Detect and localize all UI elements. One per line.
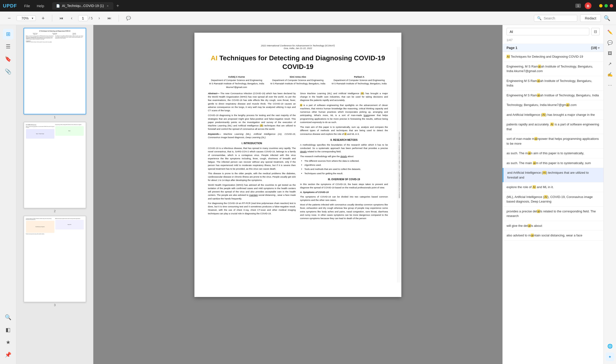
filter-btn[interactable]: ⊟ <box>591 28 600 35</box>
pdf-left-col: Abstract— The new Coronavirus infection … <box>208 92 296 220</box>
pdf-conf-header: 2022 International Conference for Advanc… <box>208 44 388 50</box>
thumbnail-page-3[interactable]: Continued analysis of COVID-19 detection… <box>18 216 91 307</box>
result-item-7[interactable]: patients rapidly and accurately. AI is a… <box>503 120 603 134</box>
zoom-level: 70% <box>19 16 31 20</box>
page1-count: (19) ▾ <box>591 46 600 50</box>
maximize-btn[interactable] <box>604 4 608 7</box>
pdf-authors: Kshitij C Kurne Department of Computer S… <box>208 75 388 89</box>
result-item-9[interactable]: as such. The main aim of this paper is t… <box>503 148 603 158</box>
thumb-img-2: III. COVID-19 Detection Various machine … <box>24 122 86 208</box>
author-1: Kshitij C Kurne Department of Computer S… <box>208 75 266 89</box>
abstract-label: Abstract— <box>208 92 219 95</box>
result-item-14[interactable]: provides a precise details related to th… <box>503 207 603 221</box>
close-btn[interactable] <box>610 4 613 7</box>
section1-heading: I. Introduction <box>208 142 296 145</box>
result-item-2[interactable]: Engineering, M S Ramaiah Institute of Te… <box>503 62 603 76</box>
new-tab-btn[interactable]: + <box>114 2 121 9</box>
image-icon[interactable]: 🖼 <box>606 49 614 58</box>
global-search-icon[interactable]: 🔍 <box>604 15 610 21</box>
page1-section[interactable]: Page 1 (19) ▾ <box>503 44 603 52</box>
sign-icon[interactable]: ✍ <box>606 70 614 79</box>
pdf-title: AI Techniques for Detecting and Diagnosi… <box>208 54 388 71</box>
search-input-main[interactable] <box>506 28 589 35</box>
comment-icon[interactable]: 💬 <box>606 39 614 47</box>
thumbnail-page-1[interactable]: AI Techniques for Detecting and Diagnosi… <box>18 28 91 119</box>
thumbnail-page-2[interactable]: III. COVID-19 Detection Various machine … <box>18 122 91 213</box>
pdf-area[interactable]: 978-1-6654-2177-3/22/$31.00 ©2022 IEEE |… <box>93 25 503 364</box>
sidebar-search-btn[interactable]: 🔍 <box>3 312 14 323</box>
sidebar-bookmark-btn[interactable]: 🔖 <box>3 54 14 65</box>
sidebar-attachment-btn[interactable]: 📎 <box>3 66 14 77</box>
search-box-top[interactable]: 🔍 Search <box>534 15 577 22</box>
tab-close-btn[interactable]: × <box>106 4 110 8</box>
nav-last-btn[interactable]: ⏭ <box>106 15 113 21</box>
result-item-1[interactable]: AI Techniques for Detecting and Diagnosi… <box>503 52 603 62</box>
zoom-control: 70% ▾ <box>17 15 36 21</box>
highlight-ai-right2: AI <box>300 104 302 106</box>
toolbar: − 70% ▾ + ⏮ ‹ / 5 › ⏭ 💬 🔍 Search Redact … <box>0 12 616 25</box>
sidebar-pin-btn[interactable]: 📌 <box>3 350 14 360</box>
share-icon[interactable]: ↗ <box>606 60 614 68</box>
zoom-dropdown-icon[interactable]: ▾ <box>32 17 33 20</box>
menu-help[interactable]: Help <box>34 3 47 9</box>
left-sidebar: ⊞ ☰ 🔖 📎 🔍 ◧ ★ 📌 <box>0 25 16 364</box>
main-area: ⊞ ☰ 🔖 📎 🔍 ◧ ★ 📌 AI Techniques for Detect… <box>0 25 616 364</box>
result-item-10[interactable]: as such. The main aim of this paper is t… <box>503 158 603 168</box>
highlight-ai-right3: AI <box>344 133 347 135</box>
sidebar-star-btn[interactable]: ★ <box>3 337 14 348</box>
search-input-row: ⊟ <box>506 28 600 35</box>
toolbar-right: 🔍 Search Redact 🔍 <box>534 14 610 22</box>
result-item-8[interactable]: sort of man-made mainpower that helps pr… <box>503 134 603 148</box>
menu-file[interactable]: File <box>22 3 32 9</box>
zoom-in-btn[interactable]: + <box>40 14 47 22</box>
nav-next-btn[interactable]: › <box>97 15 102 22</box>
section2-heading: II. Research Metods <box>300 138 388 142</box>
title-ai-highlight: AI <box>211 54 218 62</box>
thumb-num-1: 1 <box>54 115 56 119</box>
search-header: ⊟ 1/47 <box>503 25 603 44</box>
version-badge: 1 <box>575 4 581 8</box>
thumb-img-1: AI Techniques for Detecting and Diagnosi… <box>24 28 86 114</box>
pdf-right-col: Since Machine Learning (ML) and Artifici… <box>300 92 388 220</box>
result-item-6[interactable]: and Artificial Intelligence (AI) has bro… <box>503 110 603 120</box>
comment-btn[interactable]: 💬 <box>124 15 133 21</box>
result-item-16[interactable]: also advised to maintain social distanci… <box>503 231 603 241</box>
result-item-12[interactable]: explore the role of AI and ML in it. <box>503 182 603 192</box>
result-item-13[interactable]: (ML), Artificial Intelligence (AI), COVI… <box>503 192 603 207</box>
highlight-ai-right1: AI <box>361 92 363 95</box>
sidebar-layers-btn[interactable]: ◧ <box>3 325 14 335</box>
doi-strip: 978-1-6654-2177-3/22/$31.00 ©2022 IEEE |… <box>397 47 401 283</box>
result-item-11[interactable]: and Artificial Intelligence (AI) techniq… <box>503 168 603 182</box>
minimize-btn[interactable] <box>599 4 602 7</box>
ai-chat-icon[interactable]: ✦ <box>606 352 614 361</box>
section3-heading: III. Overview of COVID-19 <box>300 178 388 181</box>
thumbnail-panel: AI Techniques for Detecting and Diagnosi… <box>16 25 93 364</box>
result-item-5[interactable]: Technology, Bengaluru, India kkurne7@gma… <box>503 100 603 110</box>
page1-label: Page 1 <box>506 46 517 50</box>
titlebar-right: 1 B <box>575 2 613 9</box>
result-item-3[interactable]: Engineering M S Ramaiah Institute of Tec… <box>503 76 603 91</box>
redact-btn[interactable]: Redact <box>580 14 601 22</box>
sidebar-outline-btn[interactable]: ☰ <box>3 41 14 52</box>
nav-prev-btn[interactable]: ‹ <box>69 15 74 22</box>
user-avatar[interactable]: B <box>585 2 591 9</box>
tab-current[interactable]: 📄 AI_Techniqu...COVID-19 (1) × <box>52 2 113 10</box>
search-panel: ⊟ 1/47 Page 1 (19) ▾ AI Techniques for D… <box>503 25 603 364</box>
zoom-out-btn[interactable]: − <box>6 14 13 22</box>
keywords-label: Keywords— <box>208 133 221 135</box>
search-icon-top: 🔍 <box>537 16 542 20</box>
chevron-icon: ▾ <box>598 46 600 50</box>
pdf-page-1: 978-1-6654-2177-3/22/$31.00 ©2022 IEEE |… <box>195 33 401 297</box>
translate-icon[interactable]: 🌐 <box>606 342 614 351</box>
edit-icon[interactable]: ✏️ <box>606 28 614 37</box>
nav-first-btn[interactable]: ⏮ <box>57 15 65 21</box>
right-icon-strip: ✏️ 💬 🖼 ↗ ✍ ⋯ 🌐 ✦ <box>603 25 616 364</box>
thumb-num-2: 2 <box>54 209 56 213</box>
result-item-4[interactable]: Engineering M S Ramaiah Institue of Tech… <box>503 91 603 100</box>
page-input[interactable] <box>78 15 88 21</box>
sidebar-thumbnail-btn[interactable]: ⊞ <box>3 29 14 39</box>
app-logo: UPDF <box>3 3 17 9</box>
more-icon[interactable]: ⋯ <box>606 81 614 89</box>
result-item-15[interactable]: will give the details about: <box>503 221 603 231</box>
sep1 <box>52 15 52 22</box>
